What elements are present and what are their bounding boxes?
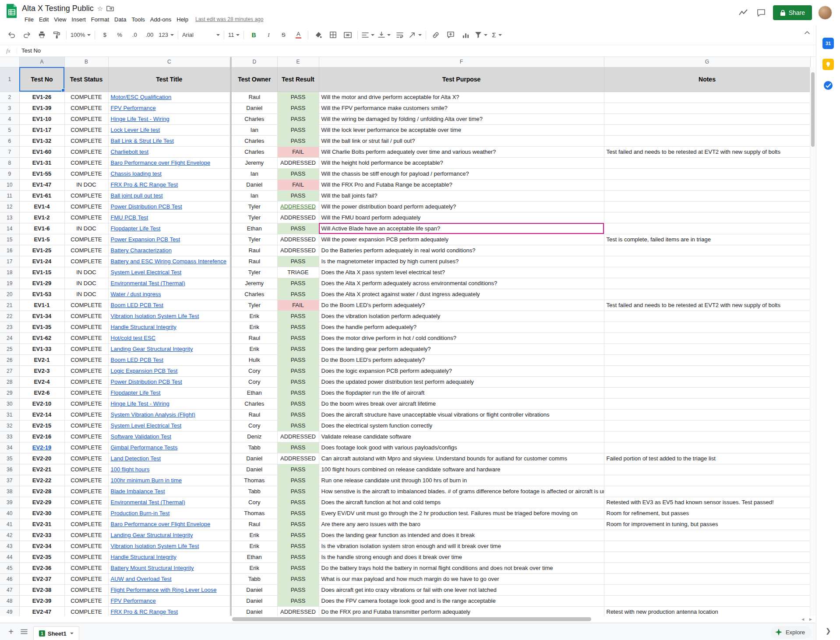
cell-C1[interactable]: Test Title — [108, 67, 231, 92]
cell-D47[interactable]: Daniel — [231, 584, 277, 595]
cell-A16[interactable]: EV1-25 — [19, 245, 64, 256]
cell-E32[interactable]: PASS — [277, 420, 319, 431]
bold-button[interactable]: B — [246, 29, 261, 41]
cell-E44[interactable]: PASS — [277, 552, 319, 562]
cell-E3[interactable]: PASS — [277, 103, 319, 113]
cell-F1[interactable]: Test Purpose — [319, 67, 604, 92]
cell-G8[interactable] — [604, 157, 810, 168]
cell-F14[interactable]: Will Active Blade have an acceptable lif… — [319, 223, 604, 234]
cell-E6[interactable]: PASS — [277, 135, 319, 146]
cell-A44[interactable]: EV2-35 — [19, 552, 64, 562]
row-header-39[interactable]: 39 — [0, 497, 19, 508]
cell-E17[interactable]: PASS — [277, 256, 319, 267]
font-size-select[interactable]: 11 — [226, 29, 242, 41]
cell-C33[interactable]: Software Validation Test — [108, 431, 231, 442]
row-header-3[interactable]: 3 — [0, 103, 19, 113]
cell-C16[interactable]: Battery Characterization — [108, 245, 231, 256]
cell-A48[interactable]: EV2-39 — [19, 595, 64, 606]
cell-A36[interactable]: EV2-21 — [19, 464, 64, 475]
cell-D37[interactable]: Thomas — [231, 475, 277, 486]
cell-E20[interactable]: PASS — [277, 289, 319, 300]
cell-F16[interactable]: Do the Batteries perform adequately in r… — [319, 245, 604, 256]
cell-A32[interactable]: EV2-15 — [19, 420, 64, 431]
cell-F24[interactable]: Does the motor drive perform in hot / co… — [319, 332, 604, 343]
menu-view[interactable]: View — [51, 15, 69, 24]
menu-data[interactable]: Data — [112, 15, 129, 24]
cell-F41[interactable]: Are there any aero issues with the baro — [319, 519, 604, 530]
row-header-38[interactable]: 38 — [0, 486, 19, 497]
cell-B26[interactable]: COMPLETE — [64, 354, 108, 365]
row-header-21[interactable]: 21 — [0, 300, 19, 311]
explore-button[interactable]: Explore — [771, 626, 811, 638]
row-header-31[interactable]: 31 — [0, 409, 19, 420]
row-header-47[interactable]: 47 — [0, 584, 19, 595]
horizontal-scrollbar[interactable]: ◄► — [0, 616, 815, 623]
cell-D35[interactable]: Daniel — [231, 453, 277, 464]
menu-tools[interactable]: Tools — [129, 15, 147, 24]
cell-B35[interactable]: COMPLETE — [64, 453, 108, 464]
cell-B42[interactable]: COMPLETE — [64, 530, 108, 541]
cell-F29[interactable]: Does the flopdapter run the life of airc… — [319, 387, 604, 398]
cell-E28[interactable]: PASS — [277, 376, 319, 387]
cell-G22[interactable] — [604, 311, 810, 322]
cell-C27[interactable]: Logic Expansion PCB Test — [108, 365, 231, 376]
cell-C7[interactable]: Charliebolt test — [108, 146, 231, 157]
cell-G35[interactable]: Failed portion of test added to the tria… — [604, 453, 810, 464]
cell-D39[interactable]: Cory — [231, 497, 277, 508]
cell-F42[interactable]: Does the landing gear function as intend… — [319, 530, 604, 541]
horizontal-scrollbar-thumb[interactable] — [232, 617, 591, 621]
cell-C40[interactable]: Production Burn-in Test — [108, 508, 231, 519]
cell-F36[interactable]: 100 flight hours combined on release can… — [319, 464, 604, 475]
cell-F45[interactable]: Do the battery trays hold the battery in… — [319, 562, 604, 573]
cell-A3[interactable]: EV1-39 — [19, 103, 64, 113]
cell-E43[interactable]: PASS — [277, 541, 319, 552]
cell-D7[interactable]: Charles — [231, 146, 277, 157]
cell-B3[interactable]: COMPLETE — [64, 103, 108, 113]
cell-G30[interactable] — [604, 398, 810, 409]
cell-E2[interactable]: PASS — [277, 92, 319, 103]
menu-help[interactable]: Help — [174, 15, 191, 24]
last-edit-link[interactable]: Last edit was 28 minutes ago — [195, 16, 263, 22]
cell-A15[interactable]: EV1-5 — [19, 234, 64, 245]
move-folder-icon[interactable] — [106, 5, 114, 11]
cell-G14[interactable] — [604, 223, 810, 234]
column-header-F[interactable]: F — [319, 57, 604, 67]
cell-G31[interactable] — [604, 409, 810, 420]
row-header-23[interactable]: 23 — [0, 322, 19, 332]
cell-B47[interactable]: COMPLETE — [64, 584, 108, 595]
cell-B48[interactable]: COMPLETE — [64, 595, 108, 606]
cell-E19[interactable]: PASS — [277, 278, 319, 289]
cell-E42[interactable]: PASS — [277, 530, 319, 541]
cell-D43[interactable]: Erik — [231, 541, 277, 552]
cell-D48[interactable]: Daniel — [231, 595, 277, 606]
row-header-41[interactable]: 41 — [0, 519, 19, 530]
cell-B11[interactable]: COMPLETE — [64, 190, 108, 201]
cell-D31[interactable]: Raul — [231, 409, 277, 420]
cell-G17[interactable] — [604, 256, 810, 267]
cell-E15[interactable]: ADDRESSED — [277, 234, 319, 245]
cell-D23[interactable]: Erik — [231, 322, 277, 332]
cell-B49[interactable]: COMPLETE — [64, 606, 108, 616]
cell-A46[interactable]: EV2-37 — [19, 573, 64, 584]
cell-A11[interactable]: EV1-61 — [19, 190, 64, 201]
cell-B37[interactable]: COMPLETE — [64, 475, 108, 486]
cell-B1[interactable]: Test Status — [64, 67, 108, 92]
cell-B4[interactable]: COMPLETE — [64, 113, 108, 124]
cell-G47[interactable] — [604, 584, 810, 595]
cell-C29[interactable]: Flopdapter Life Test — [108, 387, 231, 398]
cell-F5[interactable]: Will the lock lever performance be accep… — [319, 124, 604, 135]
formula-input[interactable]: Test No — [17, 47, 41, 54]
sheets-logo-icon[interactable] — [6, 4, 18, 18]
cell-A4[interactable]: EV1-10 — [19, 113, 64, 124]
borders-button[interactable] — [325, 29, 340, 41]
cell-D20[interactable]: Charles — [231, 289, 277, 300]
cell-D44[interactable]: Ethan — [231, 552, 277, 562]
cell-D24[interactable]: Raul — [231, 332, 277, 343]
cell-C46[interactable]: AUW and Overload Test — [108, 573, 231, 584]
cell-B23[interactable]: COMPLETE — [64, 322, 108, 332]
cell-G37[interactable] — [604, 475, 810, 486]
cell-A41[interactable]: EV2-31 — [19, 519, 64, 530]
cell-A35[interactable]: EV2-20 — [19, 453, 64, 464]
comment-history-icon[interactable] — [755, 7, 767, 18]
cell-D18[interactable]: Tyler — [231, 267, 277, 278]
